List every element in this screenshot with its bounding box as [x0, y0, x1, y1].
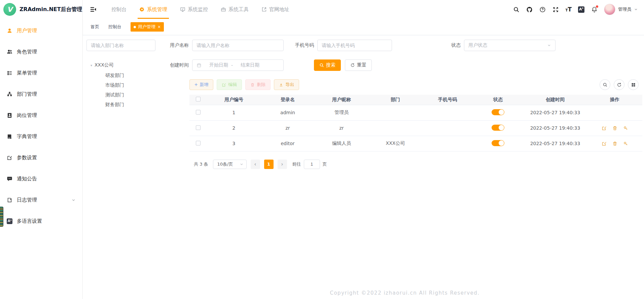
tab-user-management[interactable]: 用户管理 ×: [131, 22, 164, 32]
sidebar-item-label: 通知公告: [17, 176, 37, 182]
edit-button[interactable]: 编辑: [217, 79, 242, 90]
phone-input[interactable]: [317, 40, 392, 51]
row-edit-icon[interactable]: [602, 126, 607, 131]
tab-console[interactable]: 控制台: [108, 24, 121, 30]
next-page-button[interactable]: ›: [278, 160, 287, 169]
org-chart-icon: [7, 91, 12, 97]
end-date-placeholder[interactable]: 结束日期: [241, 62, 259, 68]
tree-node-dept[interactable]: 财务部门: [86, 100, 155, 110]
users-table: 用户编号 登录名 用户昵称 部门 手机号码 状态 创建时间 操作: [189, 95, 642, 152]
monitor-icon: [180, 7, 185, 12]
date-range-picker[interactable]: 开始日期 - 结束日期: [192, 59, 284, 71]
status-toggle[interactable]: [492, 109, 504, 115]
sidebar-item-departments[interactable]: 部门管理: [0, 84, 82, 105]
row-reset-password-icon[interactable]: [623, 141, 628, 146]
footer: Copyright ©2022 izhaorui.cn All Rights R…: [166, 287, 644, 299]
nav-item-system-monitor[interactable]: 系统监控: [174, 0, 214, 19]
row-checkbox[interactable]: [196, 110, 201, 115]
status-toggle[interactable]: [492, 140, 504, 146]
sidebar-item-label: 角色管理: [17, 49, 37, 55]
nav-item-system-management[interactable]: 系统管理: [133, 0, 174, 19]
row-delete-icon[interactable]: [612, 126, 617, 131]
sidebar-item-label: 日志管理: [17, 197, 37, 203]
export-button[interactable]: 导出: [274, 79, 299, 90]
page-size-select[interactable]: 10条/页: [213, 160, 247, 169]
tree-node-dept[interactable]: 测试部门: [86, 90, 155, 100]
select-all-checkbox[interactable]: [196, 97, 201, 101]
row-edit-icon[interactable]: [602, 141, 607, 146]
language-switch-icon[interactable]: Ax: [578, 6, 584, 13]
table-search-toggle-button[interactable]: [600, 79, 610, 90]
cell-nick: 管理员: [315, 105, 368, 120]
cell-nick: 编辑人员: [315, 136, 368, 151]
row-delete-icon[interactable]: [612, 141, 617, 146]
status-toggle[interactable]: [492, 125, 504, 131]
sidebar-item-languages[interactable]: Ax 多语言设置: [0, 211, 82, 232]
column-header-id: 用户编号: [207, 95, 261, 105]
date-separator: -: [231, 62, 233, 68]
tree-node-dept[interactable]: 市场部门: [86, 80, 155, 90]
font-size-icon[interactable]: TT: [566, 7, 572, 12]
page-content: ▾ XXX公司 研发部门 市场部门 测试部门 财务部门 用户名称 手机号码: [83, 35, 644, 299]
nav-item-official-site[interactable]: 官网地址: [255, 0, 296, 19]
status-select[interactable]: 用户状态: [464, 40, 556, 51]
fullscreen-icon[interactable]: [552, 6, 559, 13]
nav-item-system-tools[interactable]: 系统工具: [214, 0, 255, 19]
column-header-dept: 部门: [368, 95, 422, 105]
delete-button[interactable]: 删除: [245, 79, 271, 90]
tab-home[interactable]: 首页: [91, 24, 99, 30]
sidebar-item-parameters[interactable]: 参数设置: [0, 147, 82, 168]
search-icon[interactable]: [513, 6, 520, 13]
start-date-placeholder[interactable]: 开始日期: [209, 62, 228, 68]
github-icon[interactable]: [526, 6, 533, 13]
tree-caret-icon[interactable]: ▾: [91, 63, 92, 67]
app-logo[interactable]: V ZRAdmin.NET后台管理: [0, 0, 82, 19]
prev-page-button[interactable]: ‹: [251, 160, 260, 169]
status-select-value: 用户状态: [468, 42, 487, 48]
floating-widget[interactable]: [0, 207, 3, 227]
user-menu[interactable]: 管理员: [604, 4, 638, 15]
sidebar-item-notices[interactable]: 通知公告: [0, 168, 82, 189]
column-header-nick: 用户昵称: [315, 95, 368, 105]
id-badge-icon: [7, 113, 12, 118]
department-search-input[interactable]: [86, 40, 155, 51]
sidebar-item-users[interactable]: 用户管理: [0, 20, 82, 41]
sidebar-item-roles[interactable]: 角色管理: [0, 41, 82, 62]
nav-item-console[interactable]: 控制台: [105, 0, 133, 19]
top-header: 控制台 系统管理 系统监控 系统工具 官网地址: [83, 0, 644, 19]
close-tab-icon[interactable]: ×: [157, 25, 161, 29]
main-area: 控制台 系统管理 系统监控 系统工具 官网地址: [83, 0, 644, 299]
table-columns-button[interactable]: [628, 79, 639, 90]
row-reset-password-icon[interactable]: [623, 126, 628, 131]
row-checkbox[interactable]: [196, 141, 201, 145]
add-button[interactable]: + 新增: [189, 79, 213, 90]
column-header-phone: 手机号码: [422, 95, 473, 105]
row-actions: [587, 141, 642, 146]
tree-node-company[interactable]: ▾ XXX公司: [86, 60, 155, 71]
add-button-label: 新增: [200, 82, 208, 88]
sidebar-item-posts[interactable]: 岗位管理: [0, 105, 82, 126]
notification-bell-icon[interactable]: [591, 6, 598, 13]
tree-node-dept[interactable]: 研发部门: [86, 71, 155, 80]
status-label: 状态: [449, 42, 461, 48]
sidebar-item-label: 岗位管理: [17, 112, 37, 119]
header-actions: TT Ax 管理员: [513, 4, 638, 15]
download-icon: [279, 83, 283, 87]
sidebar-menu: 用户管理 角色管理 菜单管理 部门管理 岗位管理 字典管理: [0, 19, 82, 232]
search-button[interactable]: 搜索: [314, 59, 341, 71]
help-icon[interactable]: [539, 6, 546, 13]
goto-page-input[interactable]: [304, 160, 320, 169]
cell-nick: zr: [315, 120, 368, 136]
table-refresh-button[interactable]: [614, 79, 624, 90]
page-button-1[interactable]: 1: [264, 160, 274, 169]
sidebar-item-dictionary[interactable]: 字典管理: [0, 126, 82, 147]
table-toolbar: + 新增 编辑 删除 导出: [189, 79, 639, 90]
collapse-sidebar-icon[interactable]: [90, 6, 97, 13]
row-checkbox[interactable]: [196, 125, 201, 130]
nav-label: 系统工具: [228, 6, 249, 13]
sidebar-item-menus[interactable]: 菜单管理: [0, 62, 82, 84]
sidebar-item-logs[interactable]: 日志管理: [0, 189, 82, 211]
reset-button[interactable]: 重置: [345, 59, 372, 71]
username-input[interactable]: [192, 40, 284, 51]
user-panel: 用户名称 手机号码 状态 用户状态 创建时间 开始日期: [166, 40, 639, 169]
